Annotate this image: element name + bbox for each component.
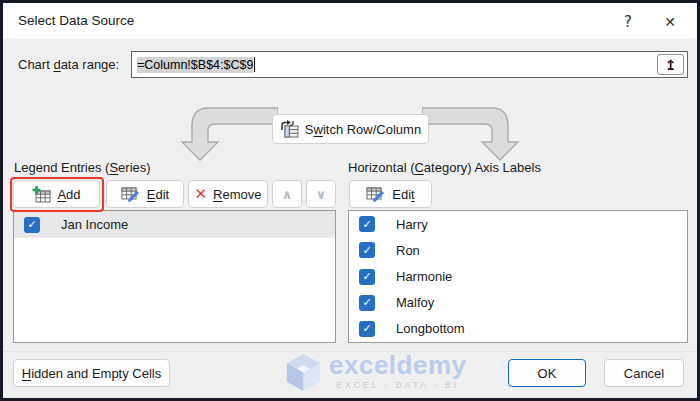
add-icon <box>32 186 51 203</box>
switch-row-column-icon <box>280 120 299 138</box>
legend-entries-list: ✓ Jan Income <box>13 210 336 343</box>
help-button[interactable]: ? <box>617 11 639 33</box>
switch-row-column-label: Switch Row/Column <box>305 122 421 137</box>
axis-labels-list: ✓ Harry ✓ Ron ✓ Harmonie ✓ Malfoy ✓ Long… <box>348 210 688 343</box>
range-value-selected-text: =Column!$B$4:$C$9 <box>137 57 253 73</box>
checkbox-checked-icon[interactable]: ✓ <box>359 242 375 258</box>
category-label: Harmonie <box>396 269 452 284</box>
select-data-source-dialog: Select Data Source ? ✕ Chart data range:… <box>0 0 700 401</box>
edit-icon <box>121 186 141 203</box>
edit-series-button[interactable]: Edit <box>106 180 184 208</box>
hidden-and-empty-cells-button[interactable]: Hidden and Empty Cells <box>13 359 170 387</box>
category-label: Harry <box>396 217 428 232</box>
list-item-category[interactable]: ✓ Malfoy <box>349 290 687 316</box>
edit-axis-label: Edit <box>392 187 414 202</box>
add-series-button[interactable]: Add <box>13 180 100 208</box>
titlebar: Select Data Source ? ✕ <box>3 3 697 39</box>
chevron-down-icon: ∨ <box>316 188 327 201</box>
checkbox-checked-icon[interactable]: ✓ <box>359 269 375 285</box>
checkbox-checked-icon[interactable]: ✓ <box>359 216 375 232</box>
watermark-text: exceldemy EXCEL - DATA - BI <box>329 352 466 393</box>
list-item-category[interactable]: ✓ Longbottom <box>349 316 687 342</box>
series-label: Jan Income <box>61 217 128 232</box>
remove-x-icon: ✕ <box>195 187 208 202</box>
collapse-dialog-button[interactable]: ↥ <box>657 54 684 75</box>
remove-series-button[interactable]: ✕ Remove <box>188 180 268 208</box>
exceldemy-logo-icon <box>285 352 322 393</box>
dialog-title: Select Data Source <box>18 13 134 28</box>
arrow-down-left-icon <box>178 102 278 164</box>
footer-divider <box>3 351 697 352</box>
text-caret <box>254 57 255 72</box>
arrow-down-right-icon <box>422 102 522 164</box>
move-series-up-button[interactable]: ∧ <box>272 180 302 208</box>
edit-label: Edit <box>147 187 169 202</box>
category-label: Longbottom <box>396 321 465 336</box>
hidden-cells-label: Hidden and Empty Cells <box>22 366 161 381</box>
list-item-category[interactable]: ✓ Harry <box>349 211 687 237</box>
chart-data-range-input[interactable]: =Column!$B$4:$C$9 ↥ <box>131 51 688 78</box>
remove-label: Remove <box>213 187 261 202</box>
exceldemy-watermark: exceldemy EXCEL - DATA - BI <box>285 352 466 393</box>
list-item-category[interactable]: ✓ Harmonie <box>349 263 687 289</box>
list-item-category[interactable]: ✓ Ron <box>349 237 687 263</box>
legend-entries-heading: Legend Entries (Series) <box>14 160 151 175</box>
chart-data-range-label: Chart data range: <box>18 57 119 72</box>
axis-labels-heading: Horizontal (Category) Axis Labels <box>348 160 541 175</box>
checkbox-checked-icon[interactable]: ✓ <box>359 295 375 311</box>
close-button[interactable]: ✕ <box>659 11 681 33</box>
add-label: Add <box>57 187 80 202</box>
ok-button[interactable]: OK <box>508 359 586 387</box>
checkbox-checked-icon[interactable]: ✓ <box>24 217 40 233</box>
chevron-up-icon: ∧ <box>282 188 293 201</box>
list-item-series[interactable]: ✓ Jan Income <box>14 211 335 238</box>
edit-axis-labels-button[interactable]: Edit <box>349 180 432 208</box>
watermark-tagline: EXCEL - DATA - BI <box>329 380 466 390</box>
watermark-brand: exceldemy <box>329 352 466 379</box>
category-label: Ron <box>396 243 420 258</box>
edit-icon <box>366 186 386 203</box>
cancel-button[interactable]: Cancel <box>604 359 684 387</box>
checkbox-checked-icon[interactable]: ✓ <box>359 321 375 337</box>
move-series-down-button[interactable]: ∨ <box>306 180 336 208</box>
category-label: Malfoy <box>396 295 434 310</box>
switch-row-column-button[interactable]: Switch Row/Column <box>272 114 429 144</box>
